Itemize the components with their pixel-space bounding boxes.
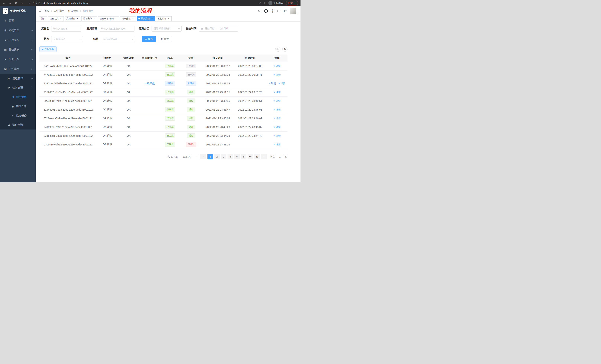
detail-action-button[interactable]: ✎详情: [273, 125, 281, 129]
goto-page-input[interactable]: [276, 154, 284, 159]
page-button-2[interactable]: 2: [214, 154, 220, 159]
close-icon[interactable]: ×: [93, 18, 95, 20]
sidebar-item-home[interactable]: ⌂首页: [0, 16, 36, 26]
tab-label: 流程定义: [50, 17, 59, 20]
detail-action-button[interactable]: ✎详情: [273, 73, 281, 77]
logo-bar[interactable]: 芋道管理系统: [0, 6, 36, 16]
user-icon: ♟: [7, 123, 11, 126]
sidebar-item-check[interactable]: ✂已办任务: [0, 111, 36, 120]
browser-menu-icon[interactable]: ⋮: [294, 1, 296, 4]
page-size-select[interactable]: 10条/页: [181, 154, 199, 159]
tab-用户分组[interactable]: 用户分组×: [120, 16, 136, 21]
category-select[interactable]: 请选择流程分类: [151, 26, 182, 31]
tab-流程表单-编辑[interactable]: 流程表单-编辑×: [98, 16, 119, 21]
table-search-button[interactable]: [275, 47, 280, 52]
tab-流程定义[interactable]: 流程定义×: [48, 16, 64, 21]
page-button-1[interactable]: 1: [208, 154, 213, 159]
detail-action-button[interactable]: ✎详情: [273, 108, 281, 111]
tab-流程表单[interactable]: 流程表单×: [81, 16, 97, 21]
browser-home-icon[interactable]: ⌂: [20, 1, 23, 5]
user-menu[interactable]: ▾: [290, 8, 298, 14]
process-table: 编号 流程名 流程分类 当前审批任务 状态 结果 提交时间 结束时间 操作 3a…: [39, 55, 288, 149]
tab-发起流程[interactable]: 发起流程×: [156, 16, 172, 21]
font-size-icon[interactable]: TT: [283, 10, 287, 13]
breadcrumb-home[interactable]: 首页: [44, 9, 50, 13]
main: ≡ 首页 / 工作流程 / 任务管理 / 我的流程: [36, 6, 300, 182]
reset-button[interactable]: ↻ 重置: [158, 36, 172, 42]
process-name-input[interactable]: [51, 26, 81, 31]
sidebar-item-workflow[interactable]: ▣工作流程: [0, 64, 36, 74]
detail-action-button[interactable]: ✎详情: [273, 143, 281, 146]
fullscreen-icon[interactable]: [277, 10, 280, 12]
cell-actions: ✎详情: [267, 96, 288, 105]
forward-icon[interactable]: →: [8, 1, 11, 5]
start-date-placeholder[interactable]: 开始日期: [205, 27, 214, 30]
close-icon[interactable]: ×: [115, 18, 117, 20]
sidebar-item-chat[interactable]: ✉我的流程: [0, 92, 36, 102]
reload-icon[interactable]: ↻: [14, 1, 18, 5]
cell-submit-time: 2022-01-22 23:49:46: [202, 96, 234, 105]
pager-more-button[interactable]: ⋯: [248, 154, 253, 159]
hamburger-icon[interactable]: ≡: [39, 9, 41, 13]
date-range-picker[interactable]: 开始日期 - 结束日期: [199, 26, 238, 31]
avatar[interactable]: [290, 8, 296, 14]
page-button-4[interactable]: 4: [228, 154, 233, 159]
result-select[interactable]: 请选择流结果: [101, 36, 135, 42]
create-process-button[interactable]: + 发起流程: [39, 46, 57, 52]
cell-process-name: OA 请假: [97, 96, 118, 105]
page-button-11[interactable]: 11: [254, 154, 260, 159]
back-icon[interactable]: ←: [2, 1, 6, 5]
cancel-action-button[interactable]: ⊘取消: [269, 82, 276, 85]
process-definition-input[interactable]: [99, 26, 134, 31]
col-current-task: 当前审批任务: [139, 55, 160, 62]
status-select[interactable]: 请选择状态: [51, 36, 83, 42]
update-button[interactable]: 更新 ⋮: [286, 1, 298, 5]
close-icon[interactable]: ×: [131, 18, 134, 20]
sidebar-item-eye[interactable]: ◉待办任务: [0, 102, 36, 111]
submenu: ▤流程管理⚑任务管理✉我的流程◉待办任务✂已办任务♟请假查询: [0, 74, 36, 130]
breadcrumb-task[interactable]: 任务管理: [68, 9, 79, 13]
cell-status: 已完成: [160, 114, 180, 123]
sidebar-item-user[interactable]: ♟请假查询: [0, 120, 36, 130]
prev-page-button[interactable]: ‹: [200, 154, 206, 159]
tab-我的流程[interactable]: 我的流程×: [137, 16, 155, 21]
detail-action-button[interactable]: ✎详情: [273, 134, 281, 137]
detail-action-button[interactable]: ✎详情: [278, 82, 285, 85]
close-icon[interactable]: ×: [60, 18, 62, 20]
sidebar-item-yen[interactable]: ¥支付管理: [0, 35, 36, 45]
detail-action-button[interactable]: ✎详情: [273, 91, 281, 94]
goto-page: 前往 页: [270, 154, 288, 159]
close-icon[interactable]: ×: [76, 18, 79, 20]
detail-action-button[interactable]: ✎详情: [273, 64, 281, 68]
page-button-6[interactable]: 6: [241, 154, 246, 159]
current-task-link[interactable]: 一级审批: [144, 82, 155, 85]
cell-actions: ✎详情: [267, 62, 288, 70]
github-icon[interactable]: [264, 9, 268, 13]
eye-icon: ◉: [11, 105, 14, 108]
breadcrumb-workflow[interactable]: 工作流程: [54, 9, 64, 13]
tab-首页[interactable]: 首页: [39, 16, 47, 21]
sidebar-item-infra[interactable]: ▦基础设施: [0, 45, 36, 55]
help-icon[interactable]: ?: [271, 10, 274, 13]
detail-action-button[interactable]: ✎详情: [273, 99, 281, 103]
page-button-3[interactable]: 3: [221, 154, 226, 159]
key-icon[interactable]: [258, 2, 261, 4]
page-button-5[interactable]: 5: [234, 154, 240, 159]
table-refresh-button[interactable]: ↻: [282, 47, 288, 52]
tab-流程模型[interactable]: 流程模型×: [65, 16, 80, 21]
bookmark-star-icon[interactable]: ☆: [263, 1, 266, 5]
close-icon[interactable]: ×: [167, 18, 170, 20]
address-bar[interactable]: ⚠ 不安全 | dashboard.yudao.iocoder.cn/bpm/t…: [29, 1, 88, 5]
cell-category: OA: [118, 96, 139, 105]
next-page-button[interactable]: ›: [261, 154, 267, 159]
sidebar-item-process[interactable]: ▤流程管理: [0, 74, 36, 83]
detail-action-button[interactable]: ✎详情: [273, 117, 281, 120]
close-icon[interactable]: ×: [151, 18, 153, 20]
end-date-placeholder[interactable]: 结束日期: [219, 27, 228, 30]
submenu: ✉我的流程◉待办任务✂已办任务: [0, 92, 36, 120]
sidebar-item-gear[interactable]: ⚙系统管理: [0, 26, 36, 35]
search-icon[interactable]: [258, 10, 261, 13]
sidebar-item-tools[interactable]: ⚒研发工具: [0, 55, 36, 64]
search-button[interactable]: 搜索: [142, 36, 156, 42]
sidebar-item-task[interactable]: ⚑任务管理: [0, 83, 36, 92]
